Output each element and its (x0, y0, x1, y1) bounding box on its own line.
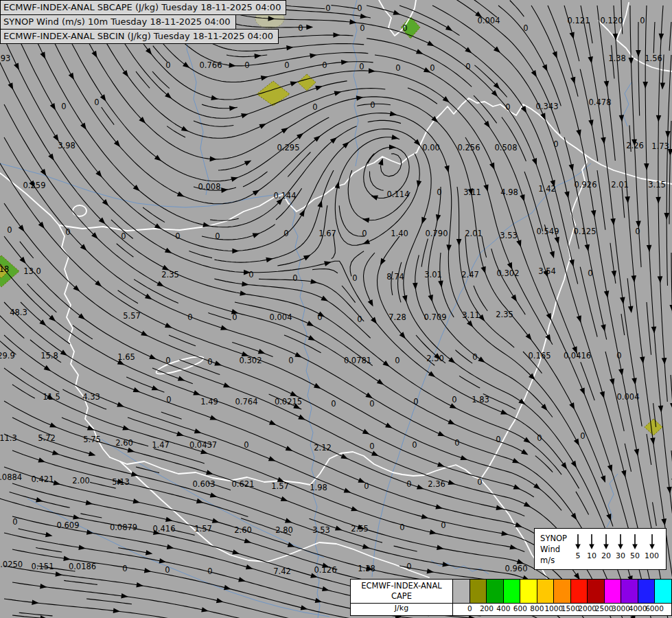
wind-speed-label: 20 (601, 551, 611, 560)
wind-legend-scale: 510203050100 (574, 533, 659, 560)
cape-color-cell (453, 580, 470, 603)
cape-color-cell (621, 580, 638, 603)
title-line-wind: SYNOP Wind (m/s) 10m Tuesday 18-11-2025 … (0, 14, 236, 30)
down-arrow-icon (588, 534, 596, 550)
cape-color-cell (520, 580, 537, 603)
cape-tick-label: 4000 (629, 604, 647, 613)
cape-tick-label: 800 (530, 604, 544, 613)
wind-legend-line: SYNOP (540, 533, 567, 544)
wind-speed-column: 30 (616, 534, 625, 560)
cape-colorbar-ticks: 0200400600800100015002000250030004000600… (453, 603, 671, 615)
wind-speed-column: 20 (601, 534, 611, 560)
cape-tick-label: 2000 (578, 604, 596, 613)
cape-tick-label: 1000 (544, 604, 563, 613)
cape-color-cell (487, 580, 504, 603)
cape-legend-title-line: ECMWF-INDEX-ANAL (361, 581, 441, 591)
cape-color-cell (605, 580, 622, 603)
cape-tick-label: 600 (513, 604, 527, 613)
down-arrow-icon (631, 534, 639, 550)
wind-speed-column: 50 (630, 534, 640, 560)
cape-color-cell (571, 580, 588, 603)
cape-color-cell (638, 580, 656, 603)
down-arrow-icon (602, 534, 610, 550)
cape-legend-title-line: CAPE (391, 591, 412, 602)
cape-legend-title-box: ECMWF-INDEX-ANAL CAPE J/kg (351, 580, 453, 615)
title-line-sbcape: ECMWF-INDEX-ANAL SBCAPE (J/kg) Tuesday 1… (0, 0, 286, 15)
wind-speed-column: 100 (645, 534, 659, 560)
cape-tick-label: 200 (480, 604, 494, 613)
down-arrow-icon (616, 534, 625, 550)
wind-legend-line: Wind (540, 544, 567, 555)
cape-legend-scale: 0200400600800100015002000250030004000600… (453, 580, 671, 615)
wind-speed-label: 10 (587, 551, 596, 560)
cape-color-cell (504, 580, 521, 603)
cape-tick-label: 3000 (612, 604, 630, 613)
map-canvas (0, 0, 672, 618)
wind-speed-label: 50 (630, 551, 640, 560)
wind-speed-label: 5 (576, 551, 581, 560)
wind-speed-column: 10 (587, 534, 596, 560)
down-arrow-icon (574, 534, 582, 550)
wind-speed-label: 100 (645, 551, 659, 560)
cape-tick-label: 1500 (561, 604, 580, 613)
cape-tick-label: 6000 (645, 604, 664, 613)
cape-color-cell (537, 580, 555, 603)
cape-color-cell (554, 580, 571, 603)
cape-legend: ECMWF-INDEX-ANAL CAPE J/kg 0200400600800… (350, 579, 672, 616)
weather-map-app: 000000.00400.1210.12009300.76600000001.3… (0, 0, 672, 618)
title-block: ECMWF-INDEX-ANAL SBCAPE (J/kg) Tuesday 1… (0, 0, 286, 44)
cape-legend-unit: J/kg (351, 603, 452, 615)
wind-legend-title: SYNOP Wind m/s (540, 533, 567, 566)
cape-color-cell (588, 580, 605, 603)
cape-color-cell (470, 580, 487, 603)
wind-speed-label: 30 (616, 551, 625, 560)
down-arrow-icon (648, 534, 656, 550)
cape-tick-label: 0 (467, 604, 472, 613)
wind-legend-line: m/s (540, 555, 567, 566)
cape-color-cell (655, 580, 671, 603)
wind-speed-column: 5 (574, 534, 582, 560)
cape-tick-label: 400 (496, 604, 510, 613)
cape-colorbar (453, 580, 671, 603)
cape-tick-label: 2500 (595, 604, 614, 613)
wind-legend: SYNOP Wind m/s 510203050100 (534, 528, 667, 570)
title-line-sbcin: ECMWF-INDEX-ANAL SBCIN (J/kg) Tuesday 18… (0, 29, 279, 44)
